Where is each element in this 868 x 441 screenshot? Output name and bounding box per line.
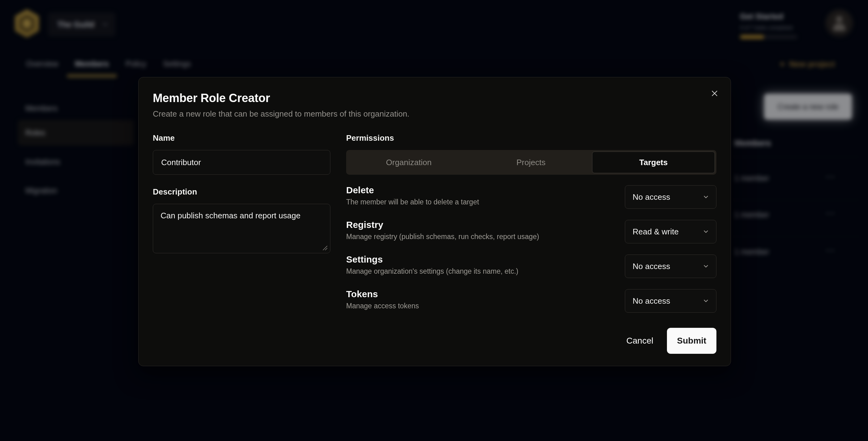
close-icon[interactable] [708,87,721,100]
permission-title: Settings [346,254,519,264]
registry-access-select[interactable]: Read & write [625,220,716,243]
cancel-button[interactable]: Cancel [617,328,662,354]
tab-organization[interactable]: Organization [348,152,470,173]
chevron-down-icon [703,194,709,200]
member-role-creator-dialog: Member Role Creator Create a new role th… [138,77,731,366]
permission-description: Manage access tokens [346,302,419,310]
tab-projects[interactable]: Projects [470,152,592,173]
permission-title: Tokens [346,289,419,299]
submit-button[interactable]: Submit [667,328,716,354]
permission-row-settings: Settings Manage organization's settings … [346,254,716,278]
dialog-footer: Cancel Submit [346,328,716,354]
dialog-title: Member Role Creator [153,92,716,105]
permission-description: Manage registry (publish schemas, run ch… [346,232,539,241]
permission-description: The member will be able to delete a targ… [346,198,479,206]
permission-row-delete: Delete The member will be able to delete… [346,185,716,209]
permission-title: Delete [346,185,479,195]
role-name-input[interactable] [153,150,330,175]
permissions-list: Delete The member will be able to delete… [346,185,716,313]
tokens-access-select[interactable]: No access [625,289,716,313]
chevron-down-icon [703,297,709,304]
settings-access-select[interactable]: No access [625,254,716,278]
permission-description: Manage organization's settings (change i… [346,267,519,276]
permission-row-tokens: Tokens Manage access tokens No access [346,289,716,313]
delete-access-select[interactable]: No access [625,185,716,209]
permission-title: Registry [346,220,539,230]
role-description-textarea[interactable]: Can publish schemas and report usage [153,204,330,253]
permissions-tabbar: Organization Projects Targets [346,150,716,175]
chevron-down-icon [703,228,709,235]
permissions-label: Permissions [346,133,716,143]
permission-row-registry: Registry Manage registry (publish schema… [346,220,716,243]
dialog-subtitle: Create a new role that can be assigned t… [153,109,716,119]
app-root: The Guild Get Started 4 of 7 tasks compl… [0,0,868,441]
description-label: Description [153,187,330,196]
chevron-down-icon [703,263,709,270]
tab-targets[interactable]: Targets [592,152,715,173]
name-label: Name [153,133,330,143]
